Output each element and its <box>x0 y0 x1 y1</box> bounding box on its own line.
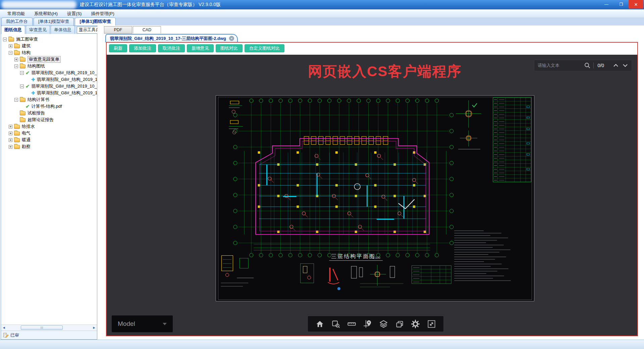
tree-row[interactable]: +建筑 <box>1 43 97 49</box>
sidebar-tab-1[interactable]: 审查意见 <box>26 26 50 34</box>
reviewed-note-icon <box>3 332 9 338</box>
viewports-icon[interactable] <box>395 319 404 329</box>
tree-row[interactable]: −结构图纸 <box>1 63 97 69</box>
settings-icon[interactable] <box>411 319 420 329</box>
embedded-client-region: 刷新添加批注取消批注新增意见图纸对比自定义图纸对比 网页嵌入CS客户端程序 请输… <box>106 42 638 336</box>
collapse-icon[interactable]: − <box>14 64 18 68</box>
model-label: Model <box>118 320 135 328</box>
chevron-down-icon <box>163 323 167 325</box>
tree-row[interactable]: +勘察 <box>1 143 97 150</box>
fullscreen-icon[interactable] <box>427 319 436 329</box>
tree-row[interactable]: 试桩报告 <box>1 110 97 116</box>
tree-row[interactable]: ✔计算书-结构.pdf <box>1 103 97 110</box>
sidebar-tab-2[interactable]: 单体信息 <box>51 26 75 34</box>
tree-item-label: 勘察 <box>22 144 31 150</box>
search-next-icon[interactable] <box>622 63 628 68</box>
cad-canvas[interactable]: 网页嵌入CS客户端程序 请输入文本 0/0 <box>107 55 637 336</box>
tree-row[interactable]: −结构计算书 <box>1 96 97 103</box>
window-title: 建设工程设计施工图一体化审查服务平台（审查专家版） V2.9.0.0版 <box>80 2 221 8</box>
expand-icon[interactable]: + <box>9 125 12 129</box>
collapse-icon[interactable]: − <box>14 98 18 102</box>
sidebar-tab-0[interactable]: 图纸信息 <box>1 26 25 34</box>
menu-item-1[interactable]: 系统帮助(H) <box>30 10 62 18</box>
drawing-file-tab[interactable]: 翡翠湖别院_G8#_结构_2019_10_17-三层结构平面图-2.dwg <box>105 34 238 42</box>
collapse-icon[interactable]: − <box>3 38 7 41</box>
search-input[interactable]: 请输入文本 <box>538 62 584 68</box>
collapse-icon[interactable]: − <box>20 71 24 75</box>
main-tab-0[interactable]: 我的工作台 <box>1 17 33 26</box>
tree-row[interactable]: +给排水 <box>1 123 97 130</box>
scrollbar-thumb[interactable] <box>21 326 63 330</box>
home-icon[interactable] <box>315 319 324 329</box>
collapse-icon[interactable]: − <box>20 85 24 88</box>
tree-row[interactable]: −结构 <box>1 49 97 56</box>
layers-icon[interactable] <box>379 319 388 329</box>
expand-icon[interactable]: + <box>9 132 12 135</box>
tree-row[interactable]: ✚翡翠湖别院_G8#_结构_2019_10_1 <box>1 76 97 83</box>
tree-item-label: 审查意见回复单 <box>28 56 61 63</box>
menu-item-3[interactable]: 插件管理(P) <box>86 10 119 18</box>
text-search-bar[interactable]: 请输入文本 0/0 <box>534 60 632 71</box>
zoom-window-icon[interactable] <box>331 319 340 329</box>
measure-icon[interactable] <box>347 319 356 329</box>
toolbar-button-1[interactable]: 添加批注 <box>129 44 156 52</box>
expand-icon[interactable]: + <box>9 44 12 48</box>
search-prev-icon[interactable] <box>613 63 619 68</box>
app-logo <box>1 1 76 9</box>
folder-icon <box>20 64 25 68</box>
folder-icon <box>20 118 25 122</box>
search-icon[interactable] <box>584 62 591 69</box>
tree-row[interactable]: +审查意见回复单 <box>1 56 97 63</box>
scrollbar-track[interactable] <box>7 325 91 331</box>
tree-row[interactable]: ✚翡翠湖别院_G8#_结构_2019_10_1 <box>1 90 97 96</box>
application-window: 建设工程设计施工图一体化审查服务平台（审查专家版） V2.9.0.0版 常用功能… <box>0 0 644 349</box>
folder-icon <box>14 125 20 129</box>
locate-pin-icon[interactable] <box>363 319 372 329</box>
tree-item-label: 翡翠湖别院_G8#_结构_2019_10_17-三 <box>32 70 97 76</box>
drawing-tree: −施工图审查+建筑−结构+审查意见回复单−结构图纸−✔翡翠湖别院_G8#_结构_… <box>1 34 97 325</box>
tree-row[interactable]: −✔翡翠湖别院_G8#_结构_2019_10_17-三 <box>1 83 97 90</box>
tree-row[interactable]: −✔翡翠湖别院_G8#_结构_2019_10_17-三 <box>1 69 97 76</box>
toolbar-button-2[interactable]: 取消批注 <box>158 44 185 52</box>
expand-icon[interactable]: + <box>9 145 12 149</box>
folder-icon <box>14 132 20 136</box>
model-space-selector[interactable]: Model <box>112 315 173 332</box>
tree-item-label: 施工图审查 <box>16 36 38 42</box>
sidebar-tab-strip: 图纸信息审查意见单体信息显示工具条 <box>1 26 97 34</box>
drawing-file-title: 翡翠湖别院_G8#_结构_2019_10_17-三层结构平面图-2.dwg <box>110 36 226 42</box>
search-divider <box>593 62 594 68</box>
overlay-caption: 网页嵌入CS客户端程序 <box>308 62 462 81</box>
menu-item-2[interactable]: 设置(S) <box>62 10 86 18</box>
tree-row[interactable]: +电气 <box>1 130 97 137</box>
tree-row[interactable]: +暖通 <box>1 137 97 143</box>
expand-icon[interactable]: + <box>14 58 18 61</box>
cad-sheet[interactable]: 三层结构平面图 1:100 <box>216 95 534 301</box>
toolbar-button-3[interactable]: 新增意见 <box>187 44 214 52</box>
tree-row[interactable]: −施工图审查 <box>1 36 97 43</box>
main-tab-1[interactable]: [单体1]模型审查 <box>34 17 74 26</box>
tree-item-label: 超限论证报告 <box>28 117 54 123</box>
scroll-left-icon[interactable] <box>1 325 7 331</box>
minimize-icon[interactable] <box>599 0 614 9</box>
tree-row[interactable]: 超限论证报告 <box>1 116 97 123</box>
toolbar-button-4[interactable]: 图纸对比 <box>216 44 243 52</box>
main-tab-strip: 我的工作台[单体1]模型审查[单体1]图纸审查 <box>0 18 644 26</box>
sheet-title-text: 三层结构平面图 <box>331 253 376 259</box>
maximize-icon[interactable] <box>614 0 629 9</box>
tab-close-icon[interactable] <box>229 36 234 41</box>
expand-icon[interactable]: + <box>9 138 12 142</box>
main-tab-2[interactable]: [单体1]图纸审查 <box>75 17 116 26</box>
folder-icon <box>14 138 20 142</box>
tree-item-label: 暖通 <box>22 137 31 143</box>
close-icon[interactable] <box>629 0 643 9</box>
tree-item-label: 翡翠湖别院_G8#_结构_2019_10_1 <box>37 90 97 96</box>
toolbar-button-5[interactable]: 自定义图纸对比 <box>245 44 284 52</box>
tree-horizontal-scrollbar[interactable] <box>1 325 97 331</box>
scroll-right-icon[interactable] <box>91 325 97 331</box>
viewer-tab-pdf[interactable]: PDF <box>104 26 132 34</box>
toolbar-button-0[interactable]: 刷新 <box>109 44 127 52</box>
folder-icon <box>14 51 20 55</box>
collapse-icon[interactable]: − <box>9 51 12 55</box>
viewer-tab-cad[interactable]: CAD <box>133 26 161 34</box>
menu-item-0[interactable]: 常用功能 <box>3 10 30 18</box>
